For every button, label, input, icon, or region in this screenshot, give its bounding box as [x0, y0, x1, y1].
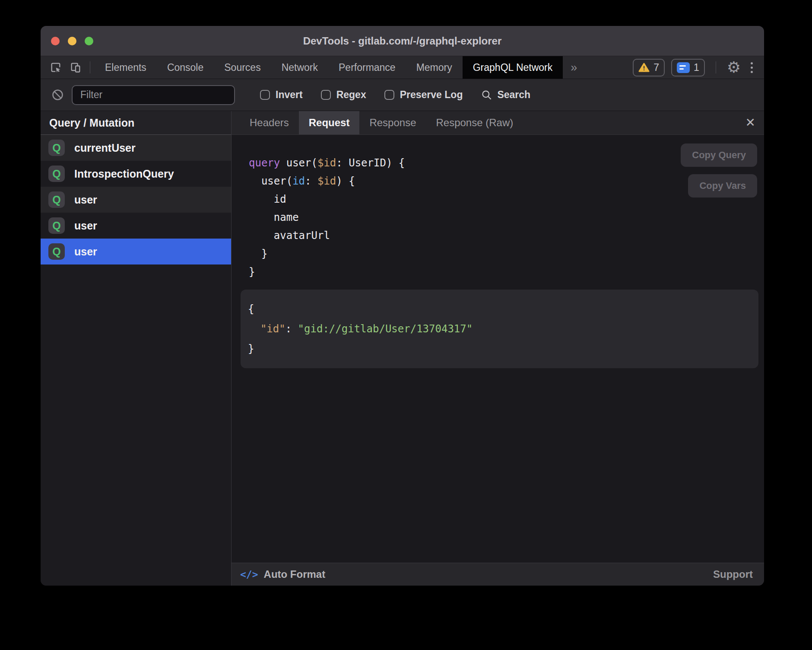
message-icon	[677, 62, 690, 73]
inspect-element-button[interactable]	[46, 56, 66, 79]
tab-network[interactable]: Network	[271, 56, 328, 79]
query-type-badge: Q	[48, 191, 65, 208]
filter-bar: Invert Regex Preserve Log Search	[41, 79, 764, 111]
query-row-label: currentUser	[74, 142, 136, 154]
invert-label: Invert	[276, 89, 303, 101]
main-split: Query / Mutation Q currentUser Q Introsp…	[41, 111, 764, 586]
tab-sources[interactable]: Sources	[214, 56, 271, 79]
search-icon	[481, 89, 492, 101]
regex-label: Regex	[336, 89, 366, 101]
request-variables-code: { "id": "gid://gitlab/User/13704317"}	[241, 290, 758, 368]
auto-format-button[interactable]: Auto Format	[264, 568, 326, 580]
query-row-label: user	[74, 220, 97, 232]
query-row-user-3-selected[interactable]: Q user	[41, 239, 231, 264]
detail-footer: </> Auto Format Support	[232, 563, 764, 586]
query-row-introspectionquery[interactable]: Q IntrospectionQuery	[41, 161, 231, 187]
tab-elements[interactable]: Elements	[95, 56, 157, 79]
query-row-user-1[interactable]: Q user	[41, 187, 231, 213]
tab-console[interactable]: Console	[157, 56, 214, 79]
invert-checkbox[interactable]	[260, 90, 270, 100]
copy-button-group: Copy Query Copy Vars	[681, 143, 757, 198]
more-tabs-chevron-icon[interactable]: »	[563, 56, 585, 79]
query-row-label: user	[74, 245, 97, 258]
query-type-badge: Q	[48, 243, 65, 260]
request-body: query user($id: UserID) { user(id: $id) …	[232, 135, 764, 563]
warning-count: 7	[653, 62, 659, 73]
preserve-log-label: Preserve Log	[400, 89, 463, 101]
preserve-log-checkbox-group[interactable]: Preserve Log	[384, 89, 463, 101]
tab-graphql-network[interactable]: GraphQL Network	[463, 56, 563, 79]
warning-triangle-icon	[638, 62, 650, 73]
query-row-currentuser[interactable]: Q currentUser	[41, 135, 231, 161]
ban-icon	[51, 88, 64, 102]
message-count: 1	[694, 62, 699, 73]
query-row-user-2[interactable]: Q user	[41, 213, 231, 239]
query-type-badge: Q	[48, 217, 65, 234]
zoom-window-button[interactable]	[85, 37, 93, 45]
preserve-log-checkbox[interactable]	[384, 90, 394, 100]
issues-badge[interactable]: 1	[671, 59, 705, 76]
tab-performance[interactable]: Performance	[328, 56, 406, 79]
detail-tab-bar: Headers Request Response Response (Raw) …	[232, 111, 764, 135]
traffic-lights	[51, 26, 93, 56]
query-row-label: user	[74, 194, 97, 206]
devtools-tab-bar: Elements Console Sources Network Perform…	[41, 56, 764, 79]
tab-headers[interactable]: Headers	[240, 111, 299, 134]
query-list-header: Query / Mutation	[41, 111, 231, 135]
query-list-panel: Query / Mutation Q currentUser Q Introsp…	[41, 111, 232, 586]
minimize-window-button[interactable]	[68, 37, 76, 45]
device-toolbar-button[interactable]	[66, 56, 86, 79]
window-title: DevTools - gitlab.com/-/graphql-explorer	[41, 35, 764, 47]
clear-button[interactable]	[51, 88, 64, 102]
close-detail-icon[interactable]: ✕	[745, 117, 755, 129]
tab-memory[interactable]: Memory	[406, 56, 463, 79]
support-link[interactable]: Support	[713, 568, 753, 580]
toolbar-separator	[90, 61, 90, 73]
query-row-label: IntrospectionQuery	[74, 168, 174, 180]
query-type-badge: Q	[48, 166, 65, 182]
inspect-cursor-icon	[50, 61, 62, 73]
warnings-badge[interactable]: 7	[633, 59, 665, 76]
title-bar: DevTools - gitlab.com/-/graphql-explorer	[41, 26, 764, 56]
query-type-badge: Q	[48, 140, 65, 156]
device-toolbar-icon	[70, 61, 82, 73]
tab-request[interactable]: Request	[299, 111, 360, 134]
copy-query-button[interactable]: Copy Query	[681, 143, 757, 167]
invert-checkbox-group[interactable]: Invert	[260, 89, 303, 101]
copy-vars-button[interactable]: Copy Vars	[688, 174, 757, 198]
toolbar-right-group: 7 1 ⚙	[633, 56, 764, 79]
devtools-window: DevTools - gitlab.com/-/graphql-explorer…	[41, 26, 764, 586]
search-button[interactable]: Search	[481, 89, 530, 101]
filter-options: Invert Regex Preserve Log Search	[260, 89, 530, 101]
tab-response-raw[interactable]: Response (Raw)	[426, 111, 523, 134]
filter-input[interactable]	[72, 85, 235, 105]
request-detail-panel: Headers Request Response Response (Raw) …	[232, 111, 764, 586]
settings-gear-icon[interactable]: ⚙	[727, 60, 741, 75]
close-window-button[interactable]	[51, 37, 60, 45]
toolbar-separator	[716, 61, 716, 73]
search-label: Search	[497, 89, 530, 101]
kebab-menu-icon[interactable]	[747, 62, 756, 73]
regex-checkbox-group[interactable]: Regex	[321, 89, 366, 101]
code-brackets-icon: </>	[240, 569, 258, 580]
tab-response[interactable]: Response	[359, 111, 426, 134]
regex-checkbox[interactable]	[321, 90, 331, 100]
